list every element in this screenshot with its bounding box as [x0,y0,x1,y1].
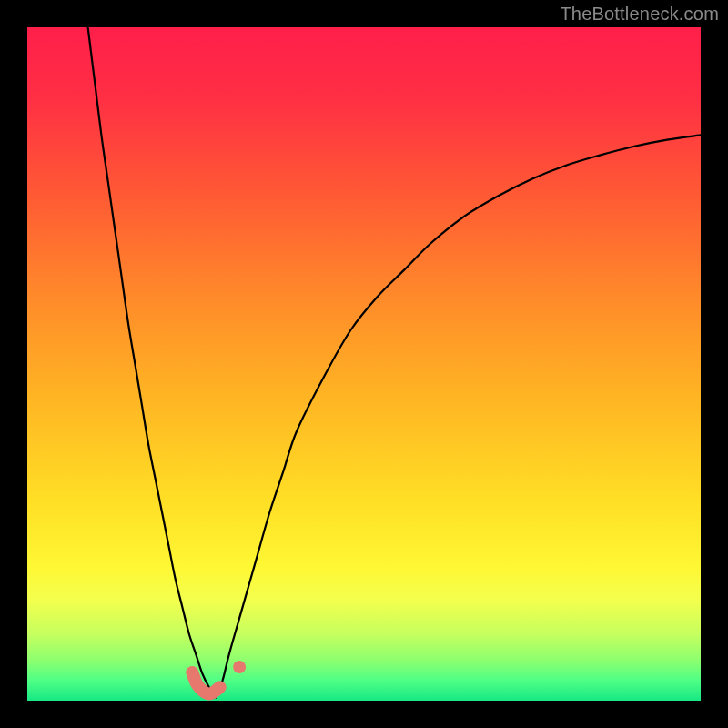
plot-area [27,27,701,701]
curves-layer [27,27,701,701]
marker-right-dot [233,661,246,673]
left-curve [88,27,217,697]
watermark-text: TheBottleneck.com [560,4,719,25]
outer-frame: TheBottleneck.com [0,0,728,728]
right-curve [216,135,701,697]
